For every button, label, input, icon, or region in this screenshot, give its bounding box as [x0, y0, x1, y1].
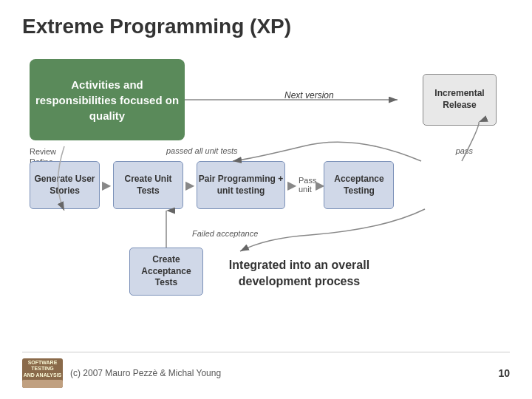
arrow-3-icon: ▶: [287, 178, 296, 192]
footer: SOFTWARE TESTING AND ANALYSIS (c) 2007 M…: [22, 352, 510, 388]
footer-logo-text: SOFTWARE TESTING AND ANALYSIS: [22, 360, 63, 388]
generate-user-stories-box: Generate User Stories: [30, 161, 100, 209]
footer-logo: SOFTWARE TESTING AND ANALYSIS: [22, 358, 63, 388]
process-row: Generate User Stories ▶ Create Unit Test…: [22, 161, 510, 209]
incremental-release-box: Incremental Release: [423, 74, 497, 126]
acceptance-testing-box: Acceptance Testing: [324, 161, 394, 209]
create-acceptance-tests-box: Create Acceptance Tests: [129, 248, 203, 296]
pass-label: pass: [456, 146, 473, 155]
failed-acceptance-label: Failed acceptance: [192, 229, 258, 238]
footer-left: SOFTWARE TESTING AND ANALYSIS (c) 2007 M…: [22, 358, 221, 388]
diagram: Activities and responsibilities focused …: [22, 52, 510, 325]
logo-image: [22, 380, 63, 388]
slide-title: Extreme Programming (XP): [22, 15, 510, 38]
footer-copyright: (c) 2007 Mauro Pezzè & Michal Young: [70, 368, 221, 378]
slide: Extreme Programming (XP) Activities and …: [0, 0, 532, 399]
create-unit-tests-box: Create Unit Tests: [113, 161, 183, 209]
passed-unit-label: passed all unit tests: [166, 146, 238, 155]
pass-unit-label: Passunit: [299, 176, 316, 194]
next-version-label: Next version: [284, 90, 334, 100]
arrow-1-icon: ▶: [102, 178, 111, 192]
integrated-box: Integrated into an overall development p…: [225, 244, 373, 303]
activities-banner: Activities and responsibilities focused …: [30, 59, 185, 140]
footer-page-number: 10: [498, 367, 510, 379]
pair-programming-box: Pair Programming + unit testing: [197, 161, 285, 209]
arrow-2-icon: ▶: [185, 178, 194, 192]
